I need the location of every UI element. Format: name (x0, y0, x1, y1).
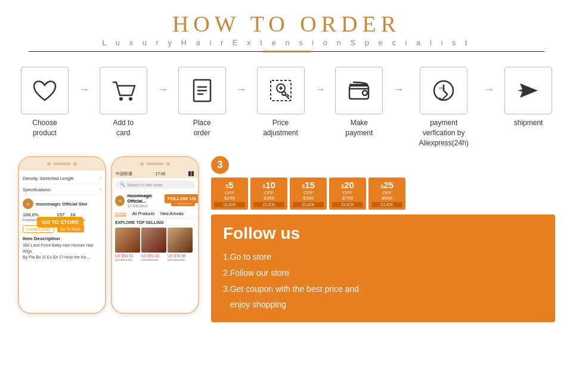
step-choose-product: Chooseproduct (12, 67, 78, 138)
divider-line-left (29, 51, 262, 52)
coupon-25[interactable]: $25 OFF $999 CLICK (368, 178, 405, 210)
arrow-6: → (484, 67, 494, 96)
step-add-to-card-label: Add tocard (113, 118, 134, 138)
nav-new-arrivals[interactable]: New Arrivals (160, 211, 184, 216)
phone-1-content: Density, Stretched Length › Specificatio… (19, 170, 105, 262)
phone-2-camera (140, 162, 144, 166)
item-description-title: Item Description (23, 233, 101, 242)
phone-1-top-bar (19, 157, 105, 170)
carrier-label: 中国联通 (116, 172, 132, 177)
follow-us-title: Follow us (223, 224, 543, 243)
product-2-original: US $60.00 (141, 258, 166, 262)
step-price-adjustment-label: Priceadjustment (263, 118, 298, 138)
divider-accent (263, 51, 311, 52)
airplane-icon (514, 76, 543, 105)
item-description-text: 360 Lace Front Baby Hair Human Hair Wigs… (23, 242, 101, 260)
step-3-badge: 3 (211, 156, 229, 174)
page-subtitle: L u x u r y H a i r E x t e n s i o n S … (0, 38, 573, 47)
steps-row: Chooseproduct → Add tocard → Placeorder … (0, 56, 573, 154)
place-order-icon-box (178, 67, 226, 114)
wallet-icon (345, 76, 373, 105)
phone-camera-2 (73, 162, 77, 166)
step-payment-verification: 24h paymentverfication byAliexpress(24h) (405, 67, 482, 148)
coupon-20[interactable]: $20 OFF $799 CLICK (329, 178, 366, 210)
document-icon (188, 76, 216, 105)
bottom-section: Density, Stretched Length › Specificatio… (0, 156, 573, 322)
products-row: US $54.52 US $64.00 US $51.62 US $60.00 … (112, 226, 198, 263)
phone-2-store-followers: 16 followers (127, 204, 168, 208)
arrow-5: → (393, 67, 404, 96)
shipment-icon-box (504, 67, 552, 114)
step-payment-verification-label: paymentverfication byAliexpress(24h) (419, 118, 469, 148)
product-3-original: US $90.00 (168, 258, 193, 262)
phone-2-store-name: moonmagic Official... (127, 193, 168, 204)
step-add-to-card: Add tocard (91, 67, 156, 138)
product-3[interactable]: US $76.56 US $90.00 (168, 228, 193, 262)
nav-home[interactable]: Home (115, 211, 126, 216)
step-make-payment: Makepayment (326, 67, 392, 138)
product-2-thumb (141, 228, 166, 253)
svg-point-14 (363, 91, 367, 95)
phone-row-density: Density, Stretched Length › (23, 173, 101, 184)
phone-2-search-bar[interactable]: 🔍 Search in this store (115, 181, 195, 189)
right-panel: 3 $5 OFF $199 CLICK $10 OFF $399 CLICK $… (211, 156, 555, 322)
phone-2-camera-2 (166, 162, 170, 166)
step-place-order: Placeorder (169, 67, 235, 138)
page-header: HOW TO ORDER L u x u r y H a i r E x t e… (0, 0, 573, 56)
search-placeholder: Search in this store (127, 183, 163, 187)
svg-point-1 (129, 97, 132, 101)
search-icon: 🔍 (120, 182, 125, 187)
product-1-price: US $54.52 (115, 254, 140, 258)
divider-line-right (311, 51, 544, 52)
product-1[interactable]: US $54.52 US $64.00 (115, 228, 140, 262)
store-name: moonmagic Official Stor (36, 201, 88, 207)
step-place-order-label: Placeorder (193, 118, 211, 138)
arrow-4: → (314, 67, 325, 96)
signal-label: ▊▊ (188, 172, 194, 177)
header-divider (29, 51, 544, 52)
follow-step-2: 2.Follow our store (223, 265, 543, 281)
go-to-store-badge[interactable]: GO TO STORE (37, 217, 83, 228)
phone-camera (47, 162, 51, 166)
svg-rect-13 (349, 86, 368, 99)
follow-us-list: 1.Go to store 2.Follow our store 3.Get c… (223, 249, 543, 312)
svg-text:24h: 24h (439, 86, 445, 90)
phone-speaker (53, 163, 71, 165)
product-2[interactable]: US $51.62 US $60.00 (141, 228, 166, 262)
follow-us-panel: Follow us 1.Go to store 2.Follow our sto… (211, 214, 555, 322)
step-choose-product-label: Chooseproduct (32, 118, 57, 138)
follow-step-1: 1.Go to store (223, 249, 543, 265)
product-3-thumb (168, 228, 193, 253)
step-shipment: shipment (495, 67, 561, 128)
phone-2-nav: Home All Products New Arrivals (112, 210, 198, 219)
heart-icon (30, 76, 59, 105)
step-price-adjustment: Priceadjustment (248, 67, 314, 138)
phones-container: Density, Stretched Length › Specificatio… (18, 156, 199, 322)
step-make-payment-label: Makepayment (345, 118, 373, 138)
page-title: HOW TO ORDER (0, 11, 573, 37)
coupon-15[interactable]: $15 OFF $599 CLICK (290, 178, 327, 210)
coupon-10[interactable]: $10 OFF $399 CLICK (250, 178, 287, 210)
step-shipment-label: shipment (514, 118, 543, 128)
price-adjustment-icon-box (257, 67, 305, 114)
coupons-row: $5 OFF $199 CLICK $10 OFF $399 CLICK $15… (211, 178, 555, 210)
product-3-price: US $76.56 (168, 254, 193, 258)
product-2-price: US $51.62 (141, 254, 166, 258)
phone-row-specs: Specifications › (23, 184, 101, 195)
nav-all-products[interactable]: All Products (132, 211, 154, 216)
follow-us-badge: FOLLOW US (165, 194, 199, 203)
time-label: 17:06 (156, 172, 165, 177)
follow-step-3: 3.Get coupon with the best price and enj… (223, 281, 543, 313)
store-info: m moonmagic Official Stor (23, 195, 101, 211)
product-1-original: US $64.00 (115, 258, 140, 262)
payment-verification-icon-box: 24h (420, 67, 467, 114)
phone-1: Density, Stretched Length › Specificatio… (18, 156, 106, 314)
product-1-thumb (115, 228, 140, 253)
coupon-5[interactable]: $5 OFF $199 CLICK (211, 178, 248, 210)
arrow-2: → (157, 67, 168, 96)
phone-2: 中国联通 17:06 ▊▊ 🔍 Search in this store m m… (111, 156, 199, 314)
store-avatar: m (23, 198, 33, 209)
phone-2-status-bar: 中国联通 17:06 ▊▊ (112, 170, 198, 178)
clock-check-icon: 24h (429, 76, 458, 105)
explore-title: EXPLORE TOP SELLING (112, 219, 198, 226)
